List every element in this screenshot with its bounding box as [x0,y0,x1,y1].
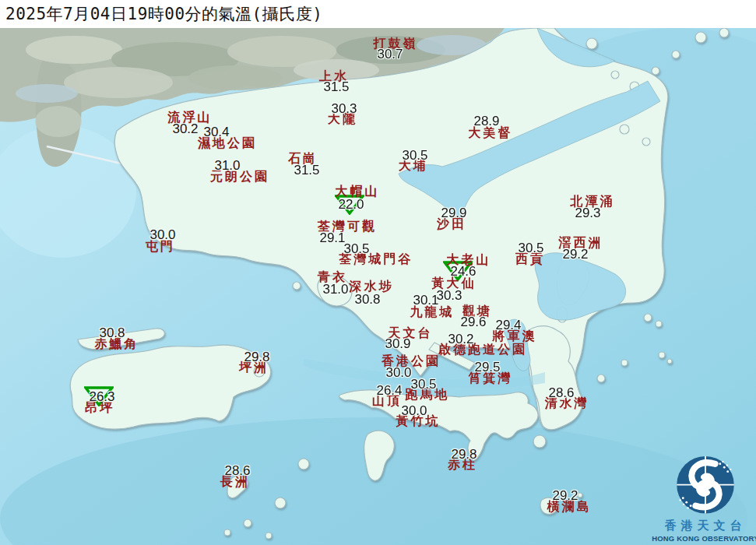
station-value: 30.2 [448,332,473,347]
station-value: 30.7 [377,47,403,62]
station-value: 30.5 [343,241,369,257]
station-value: 29.2 [562,247,588,262]
hko-logo-name-zh: 香港天文台 [665,519,747,533]
station-value: 30.0 [385,365,411,381]
hko-logo: 香港天文台 HONG KONG OBSERVATORY [658,455,753,543]
station-value: 29.6 [460,315,486,330]
station-value: 30.5 [518,241,543,256]
station-value: 30.8 [99,325,125,341]
station-value: 30.0 [401,403,427,419]
station-value: 30.1 [413,293,438,308]
station-value: 30.3 [436,288,462,304]
station-value: 29.8 [244,350,269,365]
station-value: 29.2 [552,488,578,504]
station-value: 30.4 [203,125,229,140]
station-value: 29.4 [495,318,521,333]
station-value: 31.5 [323,79,349,95]
station-value: 30.9 [385,336,410,352]
title-bar: 2025年7月04日19時00分的氣溫(攝氏度) [0,0,756,28]
station-value: 30.0 [149,227,175,243]
station-value: 29.1 [319,230,345,246]
hko-temperature-map-app: 2025年7月04日19時00分的氣溫(攝氏度) [0,0,756,545]
station-value: 24.6 [450,264,476,280]
station-value: 29.5 [474,360,500,375]
station-value: 28.6 [548,385,574,401]
station-value: 31.5 [294,163,319,178]
map-region: 30.7打鼓嶺31.5上水30.3大隴30.2流浮山30.4濕地公園31.0元朗… [0,28,756,545]
station-value: 30.3 [331,101,357,117]
tung-lung-island [533,435,546,448]
station-value: 31.0 [214,158,240,174]
hko-logo-name-en: HONG KONG OBSERVATORY [652,534,756,543]
station-value: 30.5 [402,148,427,164]
page-title: 2025年7月04日19時00分的氣溫(攝氏度) [0,3,322,25]
station-value: 29.8 [451,447,476,462]
hko-logo-icon [670,455,740,517]
station-value: 26.4 [376,383,402,399]
station-value: 28.6 [224,463,250,479]
station-value: 22.0 [338,197,364,213]
station-value: 28.9 [473,114,499,129]
station-value: 30.5 [410,377,436,392]
station-value: 29.9 [441,206,466,221]
station-value: 26.3 [89,389,114,405]
station-value: 31.0 [322,282,348,297]
station-value: 30.8 [354,292,380,308]
station-value: 30.2 [172,121,198,137]
station-value: 29.3 [575,206,600,221]
